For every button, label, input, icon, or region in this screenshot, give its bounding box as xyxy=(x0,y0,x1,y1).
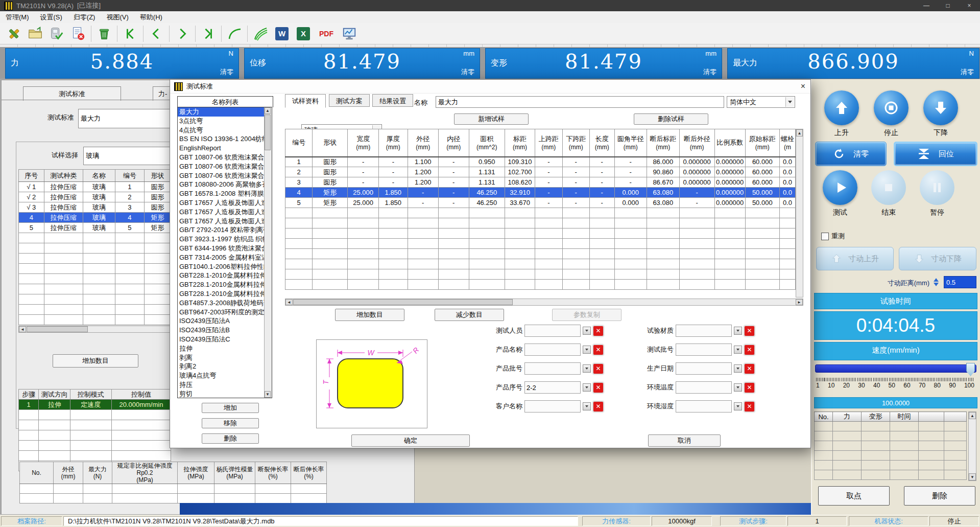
table-cell[interactable]: 1.200 xyxy=(408,167,438,177)
jog-up-button[interactable]: 寸动上升 xyxy=(816,247,894,270)
table-cell[interactable] xyxy=(779,249,795,259)
table-cell[interactable] xyxy=(145,233,171,243)
table-cell[interactable]: - xyxy=(589,188,614,198)
field-clear-button[interactable]: ✕ xyxy=(744,363,755,374)
table-cell[interactable] xyxy=(313,249,348,259)
list-item[interactable]: GBT 108080-2006 高聚物多孔弹性 xyxy=(178,180,264,189)
table-cell[interactable]: - xyxy=(379,177,408,188)
table-cell[interactable]: 102.700 xyxy=(505,167,535,177)
table-cell[interactable] xyxy=(919,422,944,431)
table-cell[interactable] xyxy=(379,218,408,228)
table-cell[interactable] xyxy=(214,484,255,494)
speed-slider-thumb[interactable] xyxy=(966,363,975,376)
field-clear-button[interactable]: ✕ xyxy=(593,401,604,412)
list-item[interactable]: 持压 xyxy=(178,380,264,389)
table-cell[interactable] xyxy=(313,228,348,239)
table-cell[interactable] xyxy=(19,243,44,254)
table-cell[interactable]: 0.000000 xyxy=(679,157,714,167)
table-cell[interactable] xyxy=(745,280,779,290)
table-cell[interactable]: 86.000 xyxy=(647,157,679,167)
crosshead-down-button[interactable] xyxy=(923,90,958,125)
table-cell[interactable]: - xyxy=(535,188,562,198)
table-cell[interactable]: 86.670 xyxy=(647,177,679,188)
curves-button[interactable] xyxy=(250,24,271,43)
table-row[interactable] xyxy=(815,422,967,431)
table-cell[interactable]: 圆形 xyxy=(145,192,171,202)
table-cell[interactable] xyxy=(83,315,115,325)
table-cell[interactable] xyxy=(833,470,862,480)
table-cell[interactable] xyxy=(291,484,327,494)
table-cell[interactable] xyxy=(679,259,714,269)
table-cell[interactable] xyxy=(505,280,535,290)
table-row[interactable] xyxy=(815,451,967,461)
table-cell[interactable] xyxy=(115,264,144,274)
clear-deformation-button[interactable]: 清零 xyxy=(703,67,716,77)
table-row[interactable] xyxy=(285,218,796,228)
table-cell[interactable] xyxy=(919,470,944,480)
table-cell[interactable]: 0.000000 xyxy=(714,177,745,188)
table-cell[interactable] xyxy=(19,315,44,325)
curve-button[interactable] xyxy=(224,24,245,43)
open-file-button[interactable] xyxy=(25,24,46,43)
table-cell[interactable] xyxy=(70,410,111,420)
table-cell[interactable] xyxy=(535,269,562,280)
table-row[interactable]: √ 2拉伸压缩玻璃2圆形 xyxy=(19,192,171,202)
table-cell[interactable] xyxy=(647,280,679,290)
table-cell[interactable] xyxy=(111,410,171,420)
table-cell[interactable]: 50.000 xyxy=(745,188,779,198)
table-cell[interactable] xyxy=(890,431,919,441)
table-cell[interactable] xyxy=(589,269,614,280)
field-dropdown-button[interactable] xyxy=(583,327,591,335)
table-cell[interactable] xyxy=(408,218,438,228)
table-cell[interactable] xyxy=(39,430,70,441)
table-row[interactable] xyxy=(285,208,796,218)
table-cell[interactable] xyxy=(833,431,862,441)
table-cell[interactable] xyxy=(614,239,647,249)
table-cell[interactable] xyxy=(83,264,115,274)
standard-name-input[interactable] xyxy=(436,96,724,108)
table-cell[interactable]: - xyxy=(348,157,379,167)
table-cell[interactable] xyxy=(745,218,779,228)
table-cell[interactable] xyxy=(348,269,379,280)
table-cell[interactable] xyxy=(944,431,967,441)
test-pause-button[interactable] xyxy=(920,170,954,205)
menu-help[interactable]: 帮助(H) xyxy=(134,11,168,23)
info-left-input[interactable] xyxy=(524,400,581,413)
table-cell[interactable] xyxy=(44,294,83,305)
table-cell[interactable]: 63.080 xyxy=(647,188,679,198)
table-cell[interactable] xyxy=(19,410,39,420)
field-dropdown-button[interactable] xyxy=(734,327,742,335)
table-cell[interactable] xyxy=(39,441,70,451)
table-cell[interactable] xyxy=(348,280,379,290)
table-cell[interactable] xyxy=(19,451,39,461)
table-cell[interactable] xyxy=(348,218,379,228)
table-cell[interactable] xyxy=(714,239,745,249)
scroll-up-icon[interactable]: ▲ xyxy=(265,107,271,114)
table-cell[interactable]: 46.250 xyxy=(469,198,505,208)
field-clear-button[interactable]: ✕ xyxy=(593,345,604,355)
table-row[interactable] xyxy=(20,494,327,503)
table-cell[interactable]: 1.131 xyxy=(469,167,505,177)
table-cell[interactable] xyxy=(379,280,408,290)
table-cell[interactable]: 0.000000 xyxy=(714,188,745,198)
table-cell[interactable] xyxy=(408,269,438,280)
table-cell[interactable] xyxy=(178,494,214,503)
table-cell[interactable]: 圆形 xyxy=(145,182,171,192)
info-right-input[interactable] xyxy=(676,325,732,337)
list-item[interactable]: GBT 17657 人造板及饰面人造板理 xyxy=(178,217,264,226)
field-dropdown-button[interactable] xyxy=(583,383,591,392)
table-cell[interactable] xyxy=(438,280,469,290)
table-row[interactable] xyxy=(285,239,796,249)
table-cell[interactable] xyxy=(833,422,862,431)
table-cell[interactable] xyxy=(562,218,589,228)
crosshead-stop-button[interactable] xyxy=(874,90,909,125)
table-cell[interactable] xyxy=(469,208,505,218)
clear-displacement-button[interactable]: 清零 xyxy=(461,67,474,77)
table-cell[interactable] xyxy=(408,249,438,259)
table-cell[interactable] xyxy=(379,269,408,280)
table-cell[interactable] xyxy=(815,431,833,441)
table-cell[interactable]: 矩形 xyxy=(313,188,348,198)
table-row[interactable] xyxy=(19,243,171,254)
table-cell[interactable] xyxy=(714,259,745,269)
list-item[interactable]: GBT228.1-2010金属材料拉伸试验 xyxy=(178,289,264,299)
